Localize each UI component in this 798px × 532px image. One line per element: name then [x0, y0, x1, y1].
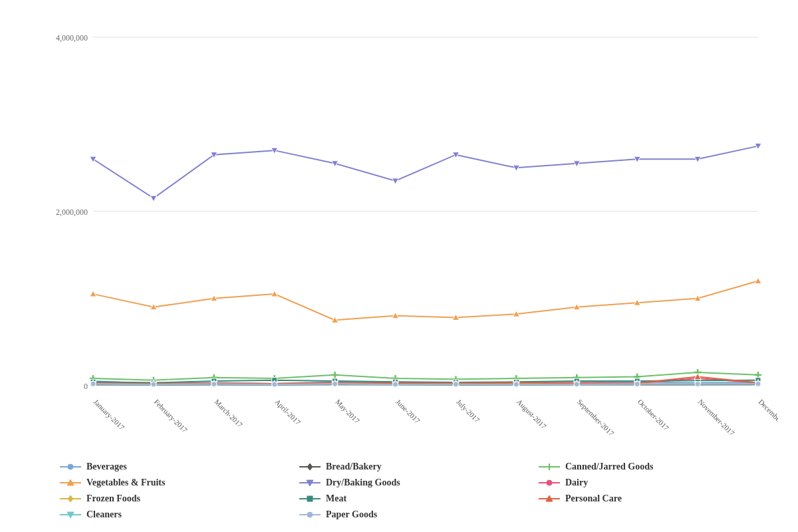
- marker-10-11: [755, 381, 761, 386]
- legend-icon: [299, 509, 321, 520]
- svg-wrapper: 4,000,0002,000,0000January-2017February-…: [40, 24, 778, 452]
- svg-text:December-2017: December-2017: [757, 398, 778, 437]
- legend-item-cleaners: Cleaners: [60, 509, 286, 520]
- legend-label: Frozen Foods: [86, 493, 140, 504]
- legend-icon: [539, 493, 560, 504]
- svg-text:May-2017: May-2017: [334, 398, 361, 425]
- legend-label: Vegetables & Fruits: [86, 477, 165, 488]
- marker-10-8: [574, 382, 579, 387]
- svg-text:2,000,000: 2,000,000: [56, 207, 88, 217]
- chart-container: 4,000,0002,000,0000January-2017February-…: [0, 0, 798, 532]
- legend-label: Dry/Baking Goods: [326, 477, 400, 488]
- marker-10-2: [211, 382, 217, 387]
- svg-text:January-2017: January-2017: [92, 398, 126, 432]
- legend-icon: [60, 493, 81, 504]
- y-axis-label: [20, 24, 40, 452]
- legend-icon: [60, 477, 81, 488]
- marker-4-0: [90, 156, 96, 162]
- grid-lines: 4,000,0002,000,0000: [56, 33, 758, 391]
- marker-4-5: [392, 178, 399, 184]
- legend-label: Meat: [326, 493, 346, 504]
- chart-area: 4,000,0002,000,0000January-2017February-…: [20, 24, 778, 452]
- svg-text:March-2017: March-2017: [213, 398, 244, 429]
- svg-point-20: [68, 464, 73, 469]
- marker-3-11: [755, 277, 761, 283]
- marker-10-3: [272, 382, 277, 387]
- legend-icon: [299, 477, 321, 488]
- legend-icon: [60, 509, 81, 520]
- marker-3-0: [90, 291, 96, 297]
- legend-item-paper-goods: Paper Goods: [299, 509, 525, 520]
- legend-area: Beverages Bread/Bakery Canned/Jarred Goo…: [20, 452, 778, 525]
- svg-text:February-2017: February-2017: [152, 398, 189, 434]
- series-line-2: [93, 372, 758, 380]
- svg-text:4,000,000: 4,000,000: [56, 33, 88, 43]
- marker-10-6: [453, 382, 458, 387]
- legend-label: Beverages: [86, 462, 127, 472]
- legend-item-frozen-foods: Frozen Foods: [60, 493, 286, 504]
- svg-point-41: [307, 512, 313, 517]
- svg-text:October-2017: October-2017: [636, 398, 671, 432]
- legend-item-beverages: Beverages: [60, 462, 286, 472]
- legend-label: Cleaners: [86, 509, 122, 520]
- marker-10-9: [634, 381, 640, 386]
- svg-text:June-2017: June-2017: [394, 398, 422, 425]
- legend-icon: [299, 493, 321, 504]
- svg-text:July-2017: July-2017: [455, 398, 481, 424]
- marker-10-1: [151, 382, 156, 387]
- legend-item-meat: Meat: [299, 493, 525, 504]
- main-chart-svg: 4,000,0002,000,0000January-2017February-…: [40, 24, 778, 452]
- marker-4-1: [150, 196, 157, 201]
- svg-marker-22: [307, 464, 313, 470]
- legend-item-canned-jarred-goods: Canned/Jarred Goods: [539, 462, 765, 472]
- legend-label: Bread/Bakery: [326, 462, 382, 472]
- series-line-3: [93, 281, 758, 320]
- series-line-4: [93, 146, 758, 199]
- legend-item-dairy: Dairy: [539, 477, 765, 488]
- marker-10-0: [90, 381, 96, 386]
- svg-text:August-2017: August-2017: [515, 398, 548, 430]
- marker-10-5: [393, 382, 398, 387]
- legend-icon: [539, 462, 560, 472]
- legend-item-vegetables---fruits: Vegetables & Fruits: [60, 477, 286, 488]
- legend-item-personal-care: Personal Care: [539, 493, 765, 504]
- series-line-10: [93, 384, 758, 384]
- svg-rect-35: [307, 496, 313, 501]
- legend-item-bread-bakery: Bread/Bakery: [299, 462, 525, 472]
- marker-10-7: [513, 382, 519, 387]
- legend-icon: [60, 462, 81, 472]
- svg-point-31: [547, 480, 552, 485]
- svg-text:0: 0: [84, 382, 88, 391]
- svg-text:April-2017: April-2017: [273, 398, 302, 426]
- legend-icon: [539, 477, 560, 488]
- svg-text:September-2017: September-2017: [576, 398, 616, 438]
- x-axis-labels: January-2017February-2017March-2017April…: [92, 398, 778, 438]
- legend-label: Dairy: [565, 477, 588, 488]
- chart-with-axes: 4,000,0002,000,0000January-2017February-…: [40, 24, 778, 452]
- marker-10-10: [695, 381, 700, 386]
- svg-marker-33: [68, 495, 73, 502]
- legend-label: Paper Goods: [326, 509, 377, 520]
- legend-icon: [299, 462, 321, 472]
- marker-10-4: [332, 381, 338, 386]
- svg-text:November-2017: November-2017: [697, 398, 737, 438]
- legend-item-dry-baking-goods: Dry/Baking Goods: [299, 477, 525, 488]
- legend-label: Canned/Jarred Goods: [565, 462, 653, 472]
- legend-label: Personal Care: [565, 493, 622, 504]
